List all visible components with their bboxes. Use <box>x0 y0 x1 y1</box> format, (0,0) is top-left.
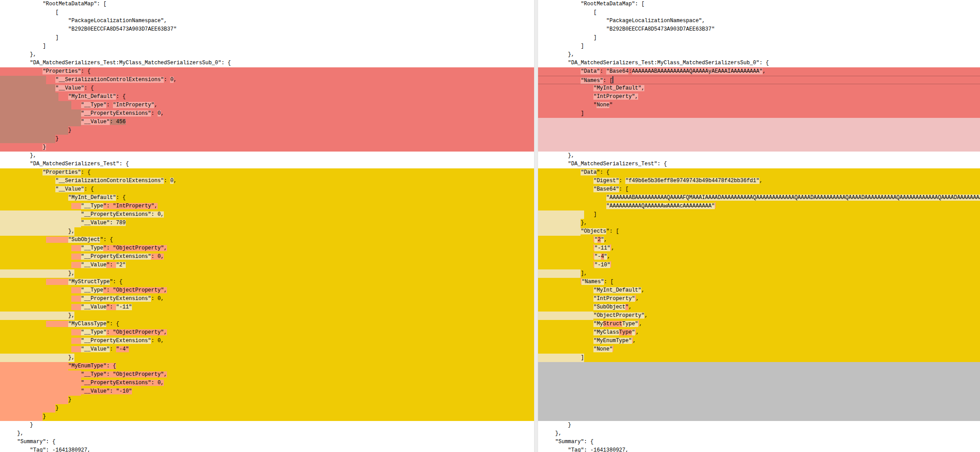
code-line: "DA_MatchedSerializers_Test": { <box>0 160 534 168</box>
code-line: } <box>0 421 534 429</box>
code-line: "Digest": "f49b6e5b36eff8e9749743b49b447… <box>538 177 980 185</box>
code-line: "__PropertyExtensions": 0, <box>0 109 534 118</box>
worddiff-sliver <box>715 202 716 208</box>
code-line: "2", <box>538 236 980 244</box>
code-line: "Names": [ <box>538 278 980 286</box>
code-line: ] <box>538 210 980 219</box>
code-line: "RootMetaDataMap": [ <box>538 0 980 8</box>
code-line: "__PropertyExtensions": 0, <box>0 337 534 345</box>
code-line: "DA_MatchedSerializers_Test:MyClass_Matc… <box>538 59 980 67</box>
filler-line <box>538 118 980 126</box>
code-line: [ <box>538 8 980 17</box>
code-line: "None" <box>538 345 980 354</box>
code-line: "__Type": "ObjectProperty", <box>0 286 534 295</box>
code-line: ] <box>538 34 980 42</box>
code-line: "Properties": { <box>0 168 534 177</box>
code-line: "Tag": -1641380927, <box>0 446 534 452</box>
filler-line <box>538 387 980 396</box>
code-line: "Data": "Base64:AAAAAAABAAAAAAAAAAQAAAAA… <box>538 67 980 76</box>
filler-line <box>538 126 980 135</box>
code-line: "DA_MatchedSerializers_Test": { <box>538 160 980 168</box>
code-line: "MyEnumType": { <box>0 362 534 370</box>
code-line: ] <box>0 34 534 42</box>
code-line: "__Type": "IntProperty", <box>0 101 534 109</box>
code-line: }, <box>0 312 534 320</box>
code-line: "PackageLocalizationNamespace", <box>538 17 980 25</box>
code-line: "B292B0EECCFA8D5473A903D7AEE63B37" <box>538 25 980 34</box>
code-line: "SubObject": { <box>0 236 534 244</box>
code-line: "AAAAAAAAAAQAAAAAAwAAAAcAAAAAAAAA" <box>538 202 980 210</box>
code-line: "MyInt_Default", <box>538 84 980 93</box>
code-line: "__Type": "ObjectProperty", <box>0 370 534 379</box>
code-line: "B292B0EECCFA8D5473A903D7AEE63B37" <box>0 25 534 34</box>
code-line: }, <box>0 51 534 59</box>
code-line: "-10" <box>538 261 980 269</box>
filler-line <box>538 404 980 413</box>
code-line: "__Type": "IntProperty", <box>0 202 534 210</box>
code-line: "Base64": [ <box>538 185 980 194</box>
code-line: "IntProperty", <box>538 93 980 101</box>
code-line: ] <box>0 42 534 51</box>
code-line: "MyInt_Default": { <box>0 93 534 101</box>
code-line: "__Value": "-4" <box>0 345 534 354</box>
code-line: } <box>0 413 534 421</box>
filler-line <box>538 135 980 143</box>
code-line: "Data": { <box>538 168 980 177</box>
code-line: "ObjectProperty", <box>538 312 980 320</box>
code-line: "__PropertyExtensions": 0, <box>0 210 534 219</box>
code-line: "__Value": "-10" <box>0 387 534 396</box>
code-line: } <box>0 404 534 413</box>
code-line: "__PropertyExtensions": 0, <box>0 379 534 387</box>
code-line: } <box>0 126 534 135</box>
code-line: }, <box>0 269 534 278</box>
text-caret <box>612 76 613 83</box>
filler-line <box>538 143 980 152</box>
code-line: ], <box>538 269 980 278</box>
code-line: "RootMetaDataMap": [ <box>0 0 534 8</box>
code-line: "MyClassType": { <box>0 320 534 328</box>
diff-workspace: "RootMetaDataMap": [ [ "PackageLocalizat… <box>0 0 980 452</box>
code-line: "-4", <box>538 253 980 261</box>
worddiff-sliver <box>610 261 611 267</box>
code-line: } <box>0 396 534 404</box>
code-line: } <box>538 421 980 429</box>
code-line: "__Type": "ObjectProperty", <box>0 328 534 337</box>
filler-line <box>538 413 980 421</box>
code-line: "__Value": 789 <box>0 219 534 227</box>
code-line: "Tag": -1641380927, <box>538 446 980 452</box>
code-line: "DA_MatchedSerializers_Test:MyClass_Matc… <box>0 59 534 67</box>
code-line: }, <box>538 152 980 160</box>
code-line: } <box>0 143 534 152</box>
code-line: "SubObject", <box>538 303 980 312</box>
code-line: "MyEnumType", <box>538 337 980 345</box>
code-line: "Objects": [ <box>538 227 980 236</box>
code-line: "IntProperty", <box>538 295 980 303</box>
code-line: "AAAAAAABAAAAAAAAAAQAAAAFQMAAAIAAAADAAAA… <box>538 194 980 202</box>
code-line: ] <box>538 109 980 118</box>
worddiff-sliver <box>612 345 613 351</box>
code-line: "MyInt_Default", <box>538 286 980 295</box>
code-line: "Summary": { <box>0 438 534 446</box>
diff-pane-left[interactable]: "RootMetaDataMap": [ [ "PackageLocalizat… <box>0 0 534 452</box>
code-line: [ <box>0 8 534 17</box>
code-line: "__SerializationControlExtensions": 0, <box>0 177 534 185</box>
pane-splitter[interactable] <box>534 0 538 452</box>
code-line: "__Value": 456 <box>0 118 534 126</box>
code-line: "MyClassType", <box>538 328 980 337</box>
code-line: "MyStructType", <box>538 320 980 328</box>
filler-line <box>538 362 980 370</box>
diff-pane-right[interactable]: "RootMetaDataMap": [ [ "PackageLocalizat… <box>538 0 980 452</box>
filler-line <box>538 370 980 379</box>
code-line: "__Value": { <box>0 84 534 93</box>
code-line: }, <box>0 354 534 362</box>
code-line: "Properties": { <box>0 67 534 76</box>
code-line: "__PropertyExtensions": 0, <box>0 295 534 303</box>
code-line: "__PropertyExtensions": 0, <box>0 253 534 261</box>
filler-line <box>538 396 980 404</box>
filler-line <box>538 379 980 387</box>
code-line: "__SerializationControlExtensions": 0, <box>0 76 534 84</box>
code-line: "PackageLocalizationNamespace", <box>0 17 534 25</box>
code-line: }, <box>538 51 980 59</box>
code-line: ] <box>538 354 980 362</box>
code-line: "__Type": "ObjectProperty", <box>0 244 534 253</box>
